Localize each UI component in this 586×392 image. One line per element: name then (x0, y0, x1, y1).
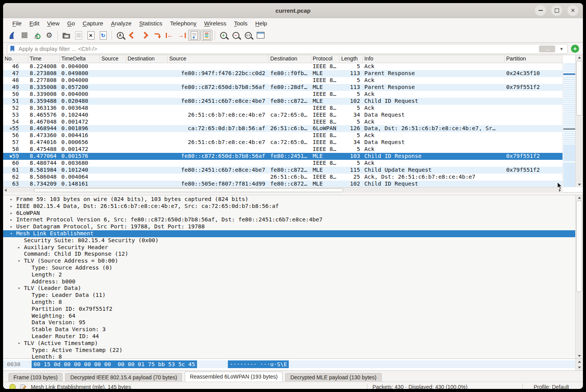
scroll-right-button[interactable] (557, 188, 562, 193)
packet-row-46[interactable]: 468.2240080.004000IEEE 8…5Ack (3, 63, 562, 70)
packet-row-59[interactable]: 598.4770640.001576fe80::c872:650d:b7b8:5… (3, 153, 562, 160)
menu-help[interactable]: Help (251, 19, 271, 27)
packet-row-50[interactable]: 508.3390080.004000IEEE 8…5Ack (3, 91, 562, 98)
collapse-arrow-icon[interactable]: ▾ (10, 230, 13, 237)
expert-info-icon[interactable] (9, 384, 16, 389)
collapse-arrow-icon[interactable]: ▾ (18, 285, 20, 292)
hex-scroll-up-button[interactable] (576, 359, 583, 364)
packet-list-vscrollbar[interactable] (575, 55, 583, 187)
byte-view-tab[interactable]: Decrypted MLE payload (130 bytes) (285, 373, 381, 382)
packet-row-54[interactable]: 548.4670480.001472IEEE 8…5Ack (3, 119, 562, 126)
maximize-button[interactable] (551, 5, 562, 16)
zoom-in-button[interactable]: + (217, 30, 229, 41)
go-first-button[interactable]: ← (163, 30, 175, 41)
bookmark-icon[interactable] (10, 45, 15, 52)
packet-row-63[interactable]: 638.7342090.148161fe80::505e:f807:7f81:4… (3, 181, 562, 188)
menu-capture[interactable]: Capture (79, 19, 107, 27)
menu-go[interactable]: Go (63, 19, 79, 27)
collapse-arrow-icon[interactable]: ▾ (18, 340, 20, 347)
hex-scroll-down-button[interactable] (576, 365, 583, 370)
column-header-time-1[interactable]: Time (28, 55, 60, 63)
packet-row-49[interactable]: 498.3350080.057200fe80::c872:650d:b7b8:5… (3, 84, 562, 91)
hex-row[interactable]: 0030 00 15 0d 00 00 00 00 00 00 00 01 75… (3, 360, 575, 368)
packet-row-48[interactable]: 488.2778080.004000IEEE 8…5Ack (3, 77, 562, 84)
packet-row-58[interactable]: 588.4754880.001472IEEE 8…5Ack (3, 146, 562, 153)
tree-row[interactable]: Length: 2 (3, 271, 576, 278)
column-header-source-3[interactable]: Source (100, 55, 126, 63)
scroll-up-button[interactable] (576, 55, 583, 60)
apply-filter-button[interactable]: → (539, 45, 555, 52)
scroll-left-button[interactable] (3, 188, 8, 193)
resize-grip[interactable] (578, 387, 582, 389)
tree-row[interactable]: Partition ID: 0x79f551f2 (3, 306, 576, 313)
status-profile[interactable]: Profile: Default (534, 384, 569, 389)
expand-arrow-icon[interactable]: ▸ (10, 196, 13, 203)
column-header-destination-6[interactable]: Destination (269, 55, 311, 63)
auto-scroll-button[interactable]: ▼ (188, 30, 200, 41)
tree-row[interactable]: ▾TLV (Leader Data) (3, 285, 576, 292)
tree-row[interactable]: ▾TLV (Source Address = b0:00) (3, 258, 576, 265)
packet-list-hscrollbar[interactable] (3, 187, 562, 193)
scroll-down-button[interactable] (576, 182, 583, 187)
stop-capture-button[interactable] (19, 30, 30, 41)
tree-row[interactable]: Weighting: 64 (3, 313, 576, 320)
tree-row[interactable]: ▸6LoWPAN (3, 210, 576, 217)
tree-row[interactable]: Address: b000 (3, 278, 576, 285)
tree-row[interactable]: Data Version: 95 (3, 319, 576, 326)
tree-row[interactable]: Command: Child ID Response (12) (3, 251, 576, 258)
tree-row[interactable]: Type: Leader Data (11) (3, 292, 576, 299)
tree-row[interactable]: Length: 8 (3, 353, 576, 359)
column-header-length-8[interactable]: Length (340, 55, 363, 63)
open-file-button[interactable] (60, 30, 72, 41)
tree-row[interactable]: ▸User Datagram Protocol, Src Port: 19788… (3, 223, 576, 230)
details-scroll-up-button[interactable] (576, 195, 583, 200)
details-vscrollbar[interactable] (575, 195, 583, 358)
details-vscroll-thumb[interactable] (576, 201, 582, 292)
find-packet-button[interactable]: A (114, 30, 126, 41)
column-header-info-9[interactable]: Info (363, 55, 505, 63)
menu-telephony[interactable]: Telephony (166, 19, 200, 27)
capture-options-button[interactable]: ⚙ (43, 30, 55, 41)
capture-comment-icon[interactable] (20, 384, 27, 389)
hex-vscrollbar[interactable] (575, 359, 583, 370)
menu-view[interactable]: View (43, 19, 63, 27)
byte-view-tab[interactable]: Decrypted IEEE 802.15.4 payload (70 byte… (65, 373, 182, 382)
restart-capture-button[interactable] (31, 30, 43, 41)
menu-statistics[interactable]: Statistics (135, 19, 166, 27)
go-last-button[interactable]: → (176, 30, 188, 41)
vscroll-thumb[interactable] (576, 61, 582, 116)
tree-row[interactable]: Security Suite: 802.15.4 Security (0x00) (3, 237, 576, 244)
filter-dropdown-caret[interactable]: ▼ (558, 47, 565, 51)
packet-row-53[interactable]: 538.4655760.10244026:51:c6:b7:e8:ce:4b:e… (3, 112, 562, 119)
close-file-button[interactable]: × (85, 30, 97, 41)
save-file-button[interactable] (72, 30, 84, 41)
tree-row[interactable]: Stable Data Version: 3 (3, 326, 576, 333)
tree-row[interactable]: Type: Active Timestamp (22) (3, 347, 576, 354)
packet-row-56[interactable]: 568.4733600.004416IEEE 8…5Ack (3, 132, 562, 139)
tree-row[interactable]: ▸Internet Protocol Version 6, Src: fe80:… (3, 216, 576, 223)
packet-list-minimap[interactable] (562, 63, 576, 187)
reload-file-button[interactable]: ↻ (97, 30, 109, 41)
tree-row[interactable]: ▸Auxiliary Security Header (3, 244, 576, 251)
menu-file[interactable]: File (8, 19, 25, 27)
packet-row-52[interactable]: 528.3631360.003648IEEE 8…5Ack (3, 105, 562, 112)
start-capture-button[interactable] (6, 30, 18, 41)
resize-columns-button[interactable] (254, 30, 266, 41)
expand-arrow-icon[interactable]: ▸ (10, 210, 13, 217)
close-button[interactable]: × (567, 5, 578, 16)
details-scroll-down-button[interactable] (576, 353, 583, 358)
packet-row-55[interactable]: 558.4689440.001896ca:72:65:0d:b7:b8:56:a… (3, 125, 562, 132)
colorize-button[interactable] (200, 30, 212, 41)
go-back-button[interactable] (126, 30, 138, 41)
column-header-protocol-7[interactable]: Protocol (311, 55, 340, 63)
pane-splitter[interactable] (3, 192, 583, 195)
expand-arrow-icon[interactable]: ▸ (10, 216, 13, 223)
packet-row-47[interactable]: 478.2738080.049800fe80::947f:f476:22bc:c… (3, 70, 562, 77)
hex-ascii-highlight[interactable]: ········ ···u·S\E (228, 360, 289, 368)
packet-row-51[interactable]: 518.3594880.020480fe80::2451:c6b7:e8ce:4… (3, 98, 562, 105)
add-filter-button-plus[interactable]: + (571, 45, 579, 53)
menu-wireless[interactable]: Wireless (200, 19, 231, 27)
byte-view-tab[interactable]: Frame (103 bytes) (8, 373, 62, 382)
byte-view-tab[interactable]: Reassembled 6LoWPAN (193 bytes) (185, 372, 283, 382)
tree-row[interactable]: ▸IEEE 802.15.4 Data, Dst: 26:51:c6:b7:e8… (3, 203, 576, 210)
